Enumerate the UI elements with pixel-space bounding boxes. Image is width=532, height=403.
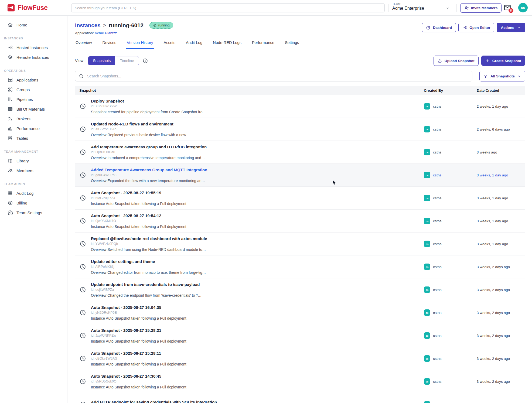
chevron-down-icon[interactable] xyxy=(446,6,450,10)
create-snapshot-button[interactable]: Create Snapshot xyxy=(481,56,525,66)
dashboard-button[interactable]: Dashboard xyxy=(422,23,456,32)
pipelines-icon xyxy=(8,97,13,102)
info-icon[interactable] xyxy=(142,58,148,64)
snapshot-row[interactable]: Add HTTP endpoint for saving credentials… xyxy=(75,393,525,403)
tab-settings[interactable]: Settings xyxy=(284,37,299,49)
sidebar-item-tables[interactable]: Tables xyxy=(0,133,67,143)
open-editor-label: Open Editor xyxy=(469,26,490,30)
snapshot-search[interactable] xyxy=(75,71,472,81)
page-title: running-6012 xyxy=(109,22,144,29)
user-name: cstns xyxy=(433,357,442,361)
snapshot-title[interactable]: Update editor settings and theme xyxy=(91,259,206,264)
snapshot-row[interactable]: Update editor settings and themeid: AlRP… xyxy=(75,255,525,278)
snapshot-description: Instance Auto Snapshot taken following a… xyxy=(91,225,186,229)
snapshot-title[interactable]: Auto Snapshot - 2025-08-27 19:54:12 xyxy=(91,213,186,218)
user-name: cstns xyxy=(433,380,442,384)
snapshot-row[interactable]: Auto Snapshot - 2025-08-27 19:54:12id: 0… xyxy=(75,210,525,233)
snapshot-search-input[interactable] xyxy=(75,71,472,81)
tab-audit-log[interactable]: Audit Log xyxy=(185,37,203,49)
snapshot-title[interactable]: Update endpoint from /save-credentials t… xyxy=(91,282,202,287)
sidebar-item-audit-log[interactable]: Audit Log xyxy=(0,188,67,198)
snapshot-id: id: y5RD5Ggk0O xyxy=(91,380,186,383)
snapshot-row[interactable]: Replaced @flowfuse/node-red-dashboard wi… xyxy=(75,233,525,255)
snapshot-row[interactable]: Update endpoint from /save-credentials t… xyxy=(75,278,525,301)
application-link[interactable]: Acme Plantzz xyxy=(95,31,117,35)
date-created-cell: 3 weeks, 1 day ago xyxy=(473,242,525,246)
snapshot-title[interactable]: Add HTTP endpoint for saving credentials… xyxy=(91,400,217,403)
sidebar-item-billing[interactable]: Billing xyxy=(0,198,67,208)
chevron-down-icon xyxy=(517,25,521,30)
snapshot-title[interactable]: Auto Snapshot - 2025-08-27 15:28:21 xyxy=(91,328,186,333)
snapshot-row[interactable]: Auto Snapshot - 2025-08-27 14:30:45id: y… xyxy=(75,370,525,393)
chevron-down-icon xyxy=(517,74,521,78)
sidebar-item-brokers[interactable]: Brokers xyxy=(0,114,67,124)
clock-icon xyxy=(79,263,86,270)
tab-overview[interactable]: Overview xyxy=(75,37,92,49)
user-avatar: cs xyxy=(424,355,430,362)
snapshot-title[interactable]: Add temperature awareness group and HTTP… xyxy=(91,145,207,149)
open-editor-button[interactable]: Open Editor xyxy=(458,23,494,32)
sidebar-item-applications[interactable]: Applications xyxy=(0,75,67,85)
snapshot-title[interactable]: Auto Snapshot - 2025-08-27 15:28:11 xyxy=(91,351,186,356)
snapshot-title[interactable]: Auto Snapshot - 2025-08-27 14:30:45 xyxy=(91,374,186,378)
notifications-button[interactable]: 5 xyxy=(503,4,511,12)
snapshot-row[interactable]: Auto Snapshot - 2025-08-27 19:55:19id: n… xyxy=(75,187,525,210)
snapshot-cell: Update endpoint from /save-credentials t… xyxy=(75,282,421,298)
snapshot-row[interactable]: Auto Snapshot - 2025-08-27 16:04:35id: y… xyxy=(75,301,525,324)
upload-snapshot-button[interactable]: Upload Snapshot xyxy=(434,56,479,66)
applications-icon xyxy=(8,77,13,83)
view-toggle-snapshots[interactable]: Snapshots xyxy=(88,56,115,65)
snapshot-row[interactable]: Deploy Snapshotid: X3o6Bw1k9WSnapshot cr… xyxy=(75,95,525,118)
tab-performance[interactable]: Performance xyxy=(251,37,275,49)
plus-icon xyxy=(485,59,490,63)
sidebar-item-pipelines[interactable]: Pipelines xyxy=(0,94,67,104)
sidebar-item-home[interactable]: Home xyxy=(0,20,67,30)
date-created-cell: 2 weeks, 1 day ago xyxy=(473,104,525,108)
gear-icon xyxy=(8,210,13,215)
created-by-cell: cscstns xyxy=(421,286,473,293)
tab-assets[interactable]: Assets xyxy=(163,37,176,49)
snapshot-row[interactable]: Auto Snapshot - 2025-08-27 15:28:11id: o… xyxy=(75,347,525,370)
user-avatar: cs xyxy=(424,218,430,224)
sidebar-item-label: Team Settings xyxy=(16,210,42,215)
snapshot-title[interactable]: Updated Node-RED flows and environment xyxy=(91,122,190,126)
sidebar-item-members[interactable]: Members xyxy=(0,166,67,175)
team-search-input[interactable] xyxy=(71,3,385,12)
snapshot-filter-button[interactable]: All Snapshots xyxy=(479,71,525,81)
sidebar-item-performance[interactable]: Performance xyxy=(0,124,67,133)
snapshot-title[interactable]: Deploy Snapshot xyxy=(91,99,206,103)
tab-version-history[interactable]: Version History xyxy=(126,37,154,49)
snapshot-row[interactable]: Updated Node-RED flows and environmentid… xyxy=(75,118,525,141)
sidebar-item-library[interactable]: Library xyxy=(0,156,67,166)
sidebar-item-groups[interactable]: Groups xyxy=(0,85,67,94)
snapshot-title[interactable]: Auto Snapshot - 2025-08-27 19:55:19 xyxy=(91,190,186,195)
sidebar-item-hosted-instances[interactable]: Hosted Instances xyxy=(0,43,67,52)
actions-button[interactable]: Actions xyxy=(497,23,525,32)
snapshot-cell: Auto Snapshot - 2025-08-27 19:54:12id: 0… xyxy=(75,213,421,229)
user-avatar[interactable]: cs xyxy=(518,3,528,12)
table-header: Snapshot Created By Date Created xyxy=(75,86,525,95)
breadcrumb-instances-link[interactable]: Instances xyxy=(75,22,101,29)
snapshot-title[interactable]: Auto Snapshot - 2025-08-27 16:04:35 xyxy=(91,305,186,310)
flowfuse-logo[interactable]: FlowFuse xyxy=(7,4,61,12)
view-toggle-timeline[interactable]: Timeline xyxy=(115,56,138,65)
team-search[interactable] xyxy=(71,3,385,12)
team-selector[interactable]: TEAM: Acme Enterprise xyxy=(392,2,424,11)
snapshot-row[interactable]: Add temperature awareness group and HTTP… xyxy=(75,141,525,164)
notification-badge: 5 xyxy=(509,8,513,13)
divider xyxy=(388,4,389,12)
invite-members-button[interactable]: Invite Members xyxy=(460,3,502,13)
snapshot-row[interactable]: Added Temperature Awareness Group and MQ… xyxy=(75,164,525,187)
user-avatar: cs xyxy=(424,103,430,110)
status-badge-label: running xyxy=(158,23,170,27)
sidebar-item-remote-instances[interactable]: Remote Instances xyxy=(0,52,67,62)
tab-node-red-logs[interactable]: Node-RED Logs xyxy=(212,37,242,49)
snapshot-title[interactable]: Added Temperature Awareness Group and MQ… xyxy=(91,168,207,172)
snapshot-row[interactable]: Auto Snapshot - 2025-08-27 15:28:21id: J… xyxy=(75,324,525,347)
snapshot-title[interactable]: Replaced @flowfuse/node-red-dashboard wi… xyxy=(91,236,207,241)
sidebar-item-team-settings[interactable]: Team Settings xyxy=(0,208,67,217)
sidebar-item-bill-of-materials[interactable]: Bill Of Materials xyxy=(0,104,67,114)
tab-devices[interactable]: Devices xyxy=(102,37,117,49)
main-content: Instances > running-6012 running Applica… xyxy=(67,16,532,403)
sidebar: HomeINSTANCESHosted InstancesRemote Inst… xyxy=(0,16,67,403)
